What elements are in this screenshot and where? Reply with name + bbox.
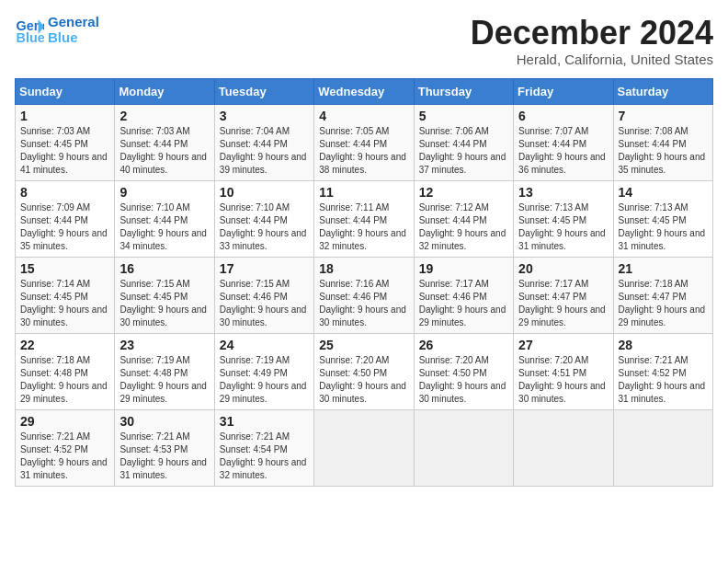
day-number: 9 [119,185,209,200]
day-detail: Sunrise: 7:07 AMSunset: 4:44 PMDaylight:… [518,126,606,175]
day-header-thursday: Thursday [414,78,513,104]
day-number: 10 [220,185,309,200]
calendar-cell: 4Sunrise: 7:05 AMSunset: 4:44 PMDaylight… [314,104,414,180]
day-number: 30 [119,414,209,429]
calendar-cell: 23Sunrise: 7:19 AMSunset: 4:48 PMDayligh… [115,333,214,409]
day-header-sunday: Sunday [16,78,115,104]
day-detail: Sunrise: 7:03 AMSunset: 4:45 PMDaylight:… [20,126,108,175]
day-detail: Sunrise: 7:21 AMSunset: 4:52 PMDaylight:… [20,431,108,480]
calendar-cell: 3Sunrise: 7:04 AMSunset: 4:44 PMDaylight… [214,104,313,180]
calendar-cell: 30Sunrise: 7:21 AMSunset: 4:53 PMDayligh… [115,409,214,486]
calendar-cell: 15Sunrise: 7:14 AMSunset: 4:45 PMDayligh… [16,257,115,333]
calendar-cell: 18Sunrise: 7:16 AMSunset: 4:46 PMDayligh… [314,257,414,333]
day-number: 22 [20,338,109,352]
calendar-cell: 31Sunrise: 7:21 AMSunset: 4:54 PMDayligh… [214,409,313,486]
day-detail: Sunrise: 7:16 AMSunset: 4:46 PMDaylight:… [319,279,406,327]
day-detail: Sunrise: 7:17 AMSunset: 4:46 PMDaylight:… [419,279,506,327]
day-detail: Sunrise: 7:20 AMSunset: 4:51 PMDaylight:… [518,355,606,404]
day-number: 27 [518,338,608,352]
title-block: December 2024 Herald, California, United… [471,15,713,67]
day-number: 2 [119,109,209,123]
calendar-cell: 27Sunrise: 7:20 AMSunset: 4:51 PMDayligh… [514,333,613,409]
calendar-cell: 25Sunrise: 7:20 AMSunset: 4:50 PMDayligh… [314,333,414,409]
calendar-cell: 20Sunrise: 7:17 AMSunset: 4:47 PMDayligh… [514,257,613,333]
day-number: 20 [518,261,608,276]
day-detail: Sunrise: 7:15 AMSunset: 4:45 PMDaylight:… [119,279,207,327]
day-number: 14 [619,185,708,200]
calendar-table: SundayMondayTuesdayWednesdayThursdayFrid… [15,78,713,487]
day-detail: Sunrise: 7:20 AMSunset: 4:50 PMDaylight:… [319,355,406,404]
calendar-cell: 7Sunrise: 7:08 AMSunset: 4:44 PMDaylight… [613,104,712,180]
calendar-cell [414,409,513,486]
calendar-week-5: 29Sunrise: 7:21 AMSunset: 4:52 PMDayligh… [16,409,713,486]
day-detail: Sunrise: 7:04 AMSunset: 4:44 PMDaylight:… [220,126,307,175]
day-detail: Sunrise: 7:10 AMSunset: 4:44 PMDaylight:… [119,202,207,251]
calendar-subtitle: Herald, California, United States [471,52,713,67]
day-detail: Sunrise: 7:21 AMSunset: 4:52 PMDaylight:… [619,355,706,404]
day-header-saturday: Saturday [613,78,712,104]
calendar-cell: 14Sunrise: 7:13 AMSunset: 4:45 PMDayligh… [613,180,712,257]
day-detail: Sunrise: 7:08 AMSunset: 4:44 PMDaylight:… [619,126,706,175]
day-number: 16 [119,261,209,276]
day-detail: Sunrise: 7:12 AMSunset: 4:44 PMDaylight:… [419,202,506,251]
calendar-cell: 2Sunrise: 7:03 AMSunset: 4:44 PMDaylight… [115,104,214,180]
day-detail: Sunrise: 7:20 AMSunset: 4:50 PMDaylight:… [419,355,506,404]
day-detail: Sunrise: 7:15 AMSunset: 4:46 PMDaylight:… [220,279,307,327]
day-detail: Sunrise: 7:05 AMSunset: 4:44 PMDaylight:… [319,126,406,175]
day-detail: Sunrise: 7:03 AMSunset: 4:44 PMDaylight:… [119,126,207,175]
day-number: 6 [518,109,608,123]
day-detail: Sunrise: 7:13 AMSunset: 4:45 PMDaylight:… [619,202,706,251]
day-header-friday: Friday [514,78,613,104]
calendar-cell: 8Sunrise: 7:09 AMSunset: 4:44 PMDaylight… [16,180,115,257]
day-detail: Sunrise: 7:06 AMSunset: 4:44 PMDaylight:… [419,126,506,175]
day-header-monday: Monday [115,78,214,104]
day-detail: Sunrise: 7:13 AMSunset: 4:45 PMDaylight:… [518,202,606,251]
calendar-cell: 6Sunrise: 7:07 AMSunset: 4:44 PMDaylight… [514,104,613,180]
calendar-header: SundayMondayTuesdayWednesdayThursdayFrid… [16,78,713,104]
calendar-cell [613,409,712,486]
calendar-cell: 29Sunrise: 7:21 AMSunset: 4:52 PMDayligh… [16,409,115,486]
day-number: 17 [220,261,309,276]
day-number: 24 [220,338,309,352]
calendar-week-3: 15Sunrise: 7:14 AMSunset: 4:45 PMDayligh… [16,257,713,333]
logo-line2: Blue [48,30,99,46]
calendar-cell: 19Sunrise: 7:17 AMSunset: 4:46 PMDayligh… [414,257,513,333]
calendar-cell: 28Sunrise: 7:21 AMSunset: 4:52 PMDayligh… [613,333,712,409]
day-number: 3 [220,109,309,123]
calendar-cell: 13Sunrise: 7:13 AMSunset: 4:45 PMDayligh… [514,180,613,257]
day-number: 29 [20,414,109,429]
day-number: 23 [119,338,209,352]
day-number: 5 [419,109,508,123]
day-number: 31 [220,414,309,429]
day-detail: Sunrise: 7:19 AMSunset: 4:49 PMDaylight:… [220,355,307,404]
day-detail: Sunrise: 7:18 AMSunset: 4:48 PMDaylight:… [20,355,108,404]
day-detail: Sunrise: 7:19 AMSunset: 4:48 PMDaylight:… [119,355,207,404]
day-detail: Sunrise: 7:21 AMSunset: 4:53 PMDaylight:… [119,431,207,480]
calendar-week-2: 8Sunrise: 7:09 AMSunset: 4:44 PMDaylight… [16,180,713,257]
calendar-cell: 17Sunrise: 7:15 AMSunset: 4:46 PMDayligh… [214,257,313,333]
day-detail: Sunrise: 7:21 AMSunset: 4:54 PMDaylight:… [220,431,307,480]
page-header: General Blue General Blue December 2024 … [15,15,713,67]
day-number: 8 [20,185,109,200]
day-number: 1 [20,109,109,123]
calendar-cell: 26Sunrise: 7:20 AMSunset: 4:50 PMDayligh… [414,333,513,409]
calendar-week-4: 22Sunrise: 7:18 AMSunset: 4:48 PMDayligh… [16,333,713,409]
day-number: 7 [619,109,708,123]
calendar-cell: 5Sunrise: 7:06 AMSunset: 4:44 PMDaylight… [414,104,513,180]
calendar-cell: 12Sunrise: 7:12 AMSunset: 4:44 PMDayligh… [414,180,513,257]
calendar-cell: 16Sunrise: 7:15 AMSunset: 4:45 PMDayligh… [115,257,214,333]
day-number: 18 [319,261,408,276]
day-header-tuesday: Tuesday [214,78,313,104]
day-detail: Sunrise: 7:17 AMSunset: 4:47 PMDaylight:… [518,279,606,327]
day-number: 26 [419,338,508,352]
day-number: 25 [319,338,408,352]
day-number: 12 [419,185,508,200]
calendar-cell [314,409,414,486]
day-detail: Sunrise: 7:14 AMSunset: 4:45 PMDaylight:… [20,279,108,327]
day-detail: Sunrise: 7:10 AMSunset: 4:44 PMDaylight:… [220,202,307,251]
day-header-wednesday: Wednesday [314,78,414,104]
day-detail: Sunrise: 7:18 AMSunset: 4:47 PMDaylight:… [619,279,706,327]
day-detail: Sunrise: 7:09 AMSunset: 4:44 PMDaylight:… [20,202,108,251]
logo-line1: General [48,15,99,30]
svg-text:Blue: Blue [17,29,44,44]
